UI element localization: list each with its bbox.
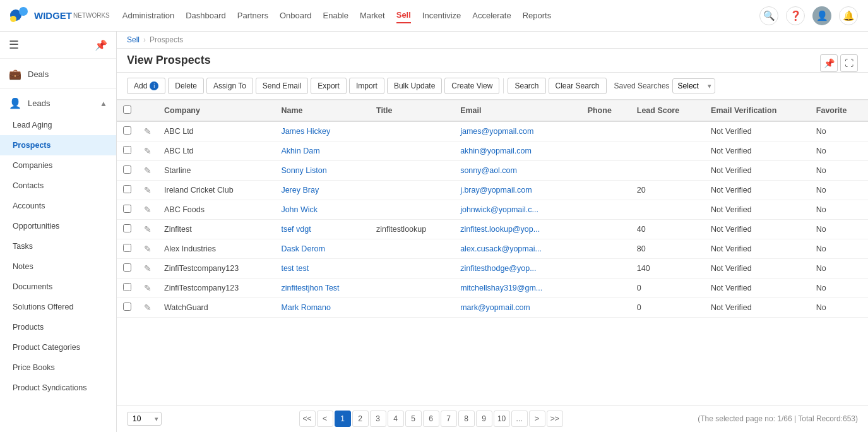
row-name-link[interactable]: Sonny Liston bbox=[281, 166, 326, 175]
import-button[interactable]: Import bbox=[349, 78, 384, 94]
row-edit-button[interactable]: ✎ bbox=[144, 126, 152, 136]
row-checkbox[interactable] bbox=[123, 126, 131, 135]
nav-market[interactable]: Market bbox=[360, 8, 385, 23]
page-btn-5[interactable]: 5 bbox=[405, 411, 422, 427]
row-name-link[interactable]: Dask Derom bbox=[281, 244, 324, 253]
select-all-checkbox[interactable] bbox=[123, 105, 131, 114]
hamburger-icon[interactable]: ☰ bbox=[9, 38, 19, 52]
row-edit-button[interactable]: ✎ bbox=[144, 303, 152, 313]
row-name-link[interactable]: John Wick bbox=[281, 205, 318, 214]
row-checkbox[interactable] bbox=[123, 244, 131, 252]
avatar-button[interactable]: 👤 bbox=[812, 6, 831, 25]
page-btn->[interactable]: > bbox=[529, 411, 545, 427]
row-name-link[interactable]: tsef vdgt bbox=[281, 225, 311, 234]
pin-icon[interactable]: 📌 bbox=[95, 39, 107, 51]
bulk-update-button[interactable]: Bulk Update bbox=[387, 78, 442, 94]
row-checkbox[interactable] bbox=[123, 185, 131, 193]
page-btn-10[interactable]: 10 bbox=[494, 411, 510, 427]
logo[interactable]: WIDGET NETWORKS bbox=[10, 9, 110, 22]
sidebar-item-leads[interactable]: 👤 Leads ▲ bbox=[0, 92, 116, 115]
row-name-link[interactable]: Akhin Dam bbox=[281, 147, 319, 155]
row-email-link[interactable]: mitchellshay319@gm... bbox=[460, 284, 542, 292]
row-checkbox[interactable] bbox=[123, 165, 131, 174]
row-name-link[interactable]: test test bbox=[281, 264, 309, 273]
saved-searches-select[interactable]: Select bbox=[672, 78, 715, 93]
row-name-link[interactable]: James Hickey bbox=[281, 127, 330, 136]
breadcrumb-parent[interactable]: Sell bbox=[127, 35, 140, 44]
page-btn-2[interactable]: 2 bbox=[352, 411, 369, 427]
sidebar-item-solutions-offered[interactable]: Solutions Offered bbox=[0, 297, 116, 317]
nav-sell[interactable]: Sell bbox=[396, 8, 411, 23]
sidebar-item-tasks[interactable]: Tasks bbox=[0, 236, 116, 256]
search-button-toolbar[interactable]: Search bbox=[508, 78, 545, 94]
sidebar-item-opportunities[interactable]: Opportunities bbox=[0, 216, 116, 236]
row-edit-button[interactable]: ✎ bbox=[144, 165, 152, 176]
sidebar-item-documents[interactable]: Documents bbox=[0, 277, 116, 297]
sidebar-item-product-syndications[interactable]: Product Syndications bbox=[0, 378, 116, 398]
row-email-link[interactable]: james@yopmail.com bbox=[460, 127, 533, 136]
sidebar-item-prospects[interactable]: Prospects bbox=[0, 135, 116, 155]
row-email-link[interactable]: alex.cusack@yopmai... bbox=[460, 244, 542, 253]
row-email-link[interactable]: zinfitesthodge@yop... bbox=[460, 264, 536, 273]
row-checkbox[interactable] bbox=[123, 283, 131, 291]
row-edit-button[interactable]: ✎ bbox=[144, 205, 152, 215]
row-edit-button[interactable]: ✎ bbox=[144, 263, 152, 273]
page-btn-6[interactable]: 6 bbox=[423, 411, 439, 427]
page-btn-<[interactable]: < bbox=[317, 411, 333, 427]
sidebar-item-product-categories[interactable]: Product Categories bbox=[0, 337, 116, 357]
row-edit-button[interactable]: ✎ bbox=[144, 244, 152, 254]
row-email-link[interactable]: zinfitest.lookup@yop... bbox=[460, 225, 540, 234]
nav-incentivize[interactable]: Incentivize bbox=[422, 8, 461, 23]
sidebar-item-notes[interactable]: Notes bbox=[0, 256, 116, 277]
nav-administration[interactable]: Administration bbox=[122, 8, 174, 23]
nav-dashboard[interactable]: Dashboard bbox=[186, 8, 226, 23]
row-checkbox[interactable] bbox=[123, 303, 131, 311]
row-email-link[interactable]: johnwick@yopmail.c... bbox=[460, 205, 538, 214]
row-email-link[interactable]: sonny@aol.com bbox=[460, 166, 517, 175]
row-name-link[interactable]: Jerey Bray bbox=[281, 186, 319, 195]
search-button[interactable]: 🔍 bbox=[759, 6, 778, 25]
sidebar-item-companies[interactable]: Companies bbox=[0, 155, 116, 176]
row-checkbox[interactable] bbox=[123, 224, 131, 232]
page-btn-7[interactable]: 7 bbox=[441, 411, 457, 427]
export-button[interactable]: Export bbox=[311, 78, 347, 94]
row-email-link[interactable]: akhin@yopmail.com bbox=[460, 147, 532, 155]
page-btn-3[interactable]: 3 bbox=[370, 411, 386, 427]
page-btn-9[interactable]: 9 bbox=[476, 411, 492, 427]
sidebar-item-contacts[interactable]: Contacts bbox=[0, 176, 116, 196]
clear-search-button[interactable]: Clear Search bbox=[549, 78, 607, 94]
row-email-link[interactable]: j.bray@yopmail.com bbox=[460, 186, 532, 195]
page-btn-1[interactable]: 1 bbox=[335, 411, 351, 427]
row-edit-button[interactable]: ✎ bbox=[144, 224, 152, 234]
row-edit-button[interactable]: ✎ bbox=[144, 185, 152, 195]
send-email-button[interactable]: Send Email bbox=[256, 78, 308, 94]
page-btn-8[interactable]: 8 bbox=[458, 411, 475, 427]
sidebar-item-lead-aging[interactable]: Lead Aging bbox=[0, 115, 116, 135]
page-btn->>[interactable]: >> bbox=[547, 411, 563, 427]
row-checkbox[interactable] bbox=[123, 146, 131, 154]
page-btn-...[interactable]: ... bbox=[511, 411, 528, 427]
page-btn-<<[interactable]: << bbox=[299, 411, 316, 427]
delete-button[interactable]: Delete bbox=[168, 78, 204, 94]
sidebar-item-price-books[interactable]: Price Books bbox=[0, 357, 116, 378]
nav-accelerate[interactable]: Accelerate bbox=[472, 8, 511, 23]
assign-to-button[interactable]: Assign To bbox=[206, 78, 253, 94]
row-email-link[interactable]: mark@yopmail.com bbox=[460, 303, 530, 312]
row-edit-button[interactable]: ✎ bbox=[144, 283, 152, 293]
create-view-button[interactable]: Create View bbox=[444, 78, 499, 94]
nav-partners[interactable]: Partners bbox=[237, 8, 268, 23]
help-button[interactable]: ❓ bbox=[786, 6, 805, 25]
nav-onboard[interactable]: Onboard bbox=[280, 8, 312, 23]
page-btn-4[interactable]: 4 bbox=[388, 411, 404, 427]
nav-reports[interactable]: Reports bbox=[523, 8, 552, 23]
row-checkbox[interactable] bbox=[123, 205, 131, 213]
row-edit-button[interactable]: ✎ bbox=[144, 146, 152, 156]
add-button[interactable]: Add i bbox=[127, 78, 165, 94]
per-page-input[interactable]: 10 25 50 bbox=[127, 412, 162, 426]
row-checkbox[interactable] bbox=[123, 263, 131, 272]
notifications-button[interactable]: 🔔 bbox=[839, 6, 858, 25]
sidebar-item-accounts[interactable]: Accounts bbox=[0, 196, 116, 216]
sidebar-item-products[interactable]: Products bbox=[0, 317, 116, 337]
fullscreen-button[interactable]: ⛶ bbox=[840, 54, 858, 72]
nav-enable[interactable]: Enable bbox=[323, 8, 348, 23]
